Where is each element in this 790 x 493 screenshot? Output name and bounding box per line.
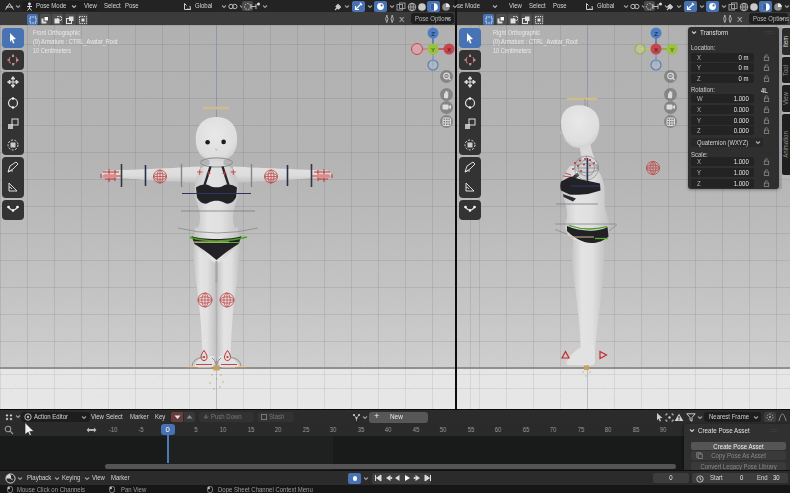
svg-text:X: X [654, 47, 658, 53]
svg-text:Y: Y [431, 47, 435, 53]
svg-text:Z: Z [654, 31, 658, 37]
svg-text:Y: Y [670, 47, 674, 53]
svg-text:X: X [447, 47, 451, 53]
svg-text:Z: Z [431, 31, 435, 37]
